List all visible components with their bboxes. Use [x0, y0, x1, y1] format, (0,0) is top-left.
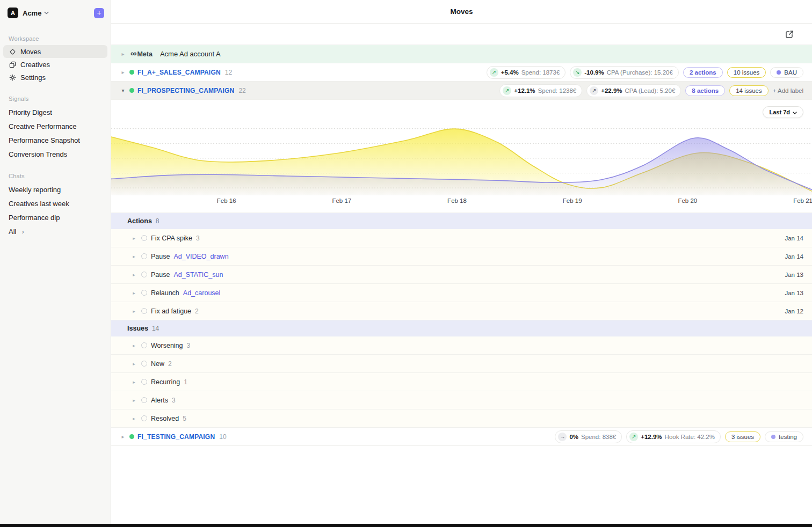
- campaign-name-link[interactable]: FI_TESTING_CAMPAIGN: [137, 433, 215, 441]
- status-circle-icon[interactable]: [141, 308, 147, 314]
- actions-section-count: 8: [156, 217, 160, 225]
- status-circle-icon[interactable]: [141, 342, 147, 348]
- sidebar-item-weekly-reporting[interactable]: Weekly reporting: [3, 182, 107, 196]
- layers-icon: [9, 61, 16, 68]
- caret-right-icon[interactable]: ▸: [119, 69, 127, 75]
- campaign-name-link[interactable]: FI_A+_SALES_CAMPAIGN: [137, 69, 221, 76]
- ad-link[interactable]: Ad_STATIC_sun: [173, 271, 223, 279]
- action-row[interactable]: ▸ Fix CPA spike 3 Jan 14: [111, 229, 812, 247]
- status-circle-icon[interactable]: [141, 253, 147, 259]
- status-circle-icon[interactable]: [141, 361, 147, 367]
- trend-flat-icon: →: [558, 433, 567, 441]
- campaign-name-link[interactable]: FI_PROSPECTING_CAMPAIGN: [137, 87, 234, 94]
- metric-badge-spend[interactable]: ↗ +12.1% Spend: 1238€: [499, 84, 582, 97]
- chevron-right-icon: ›: [21, 228, 24, 236]
- issues-count-badge[interactable]: 14 issues: [729, 85, 769, 96]
- add-label-button[interactable]: + Add label: [773, 87, 803, 94]
- action-date: Jan 14: [785, 253, 803, 260]
- sidebar-item-performance-snapshot[interactable]: Performance Snapshot: [3, 133, 107, 147]
- campaign-row-sales[interactable]: ▸ FI_A+_SALES_CAMPAIGN 12 ↗ +5.4% Spend:…: [111, 63, 812, 82]
- chevron-down-icon: [44, 11, 49, 14]
- sidebar-section-chats: Chats Weekly reporting Creatives last we…: [0, 170, 111, 238]
- campaign-row-prospecting[interactable]: ▾ FI_PROSPECTING_CAMPAIGN 22 ↗ +12.1% Sp…: [111, 82, 812, 100]
- caret-right-icon[interactable]: ▸: [130, 272, 137, 277]
- status-circle-icon[interactable]: [141, 272, 147, 277]
- issue-row[interactable]: ▸ Recurring 1: [111, 373, 812, 391]
- caret-right-icon[interactable]: ▸: [130, 398, 137, 403]
- add-button[interactable]: +: [94, 8, 104, 18]
- caret-right-icon[interactable]: ▸: [130, 254, 137, 259]
- account-row[interactable]: ▸ ∞ Meta Acme Ad account A: [111, 45, 812, 63]
- sidebar-item-all-chats[interactable]: All ›: [3, 224, 107, 238]
- caret-right-icon[interactable]: ▸: [130, 379, 137, 385]
- sidebar-item-priority-digest[interactable]: Priority Digest: [3, 105, 107, 119]
- status-circle-icon[interactable]: [141, 379, 147, 385]
- action-row[interactable]: ▸ Fix ad fatigue 2 Jan 12: [111, 302, 812, 320]
- campaign-count: 10: [219, 433, 226, 441]
- issues-section-count: 14: [152, 325, 159, 332]
- caret-right-icon[interactable]: ▸: [130, 309, 137, 314]
- ad-link[interactable]: Ad_VIDEO_drawn: [173, 253, 228, 260]
- x-axis-ticks: Feb 16Feb 17Feb 18Feb 19Feb 20Feb 21: [111, 197, 812, 208]
- label-tag[interactable]: testing: [765, 431, 803, 442]
- status-circle-icon[interactable]: [141, 235, 147, 241]
- campaign-badges: → 0% Spend: 838€ ↗ +12.9% Hook Rate: 42.…: [555, 430, 803, 443]
- status-circle-icon[interactable]: [141, 397, 147, 403]
- workspace-logo: A: [8, 8, 18, 18]
- action-row[interactable]: ▸ Relaunch Ad_carousel Jan 13: [111, 284, 812, 302]
- issue-row[interactable]: ▸ Resolved 5: [111, 409, 812, 428]
- issues-count-badge[interactable]: 3 issues: [725, 431, 760, 442]
- share-icon[interactable]: [783, 28, 796, 41]
- trend-chart-svg: [111, 116, 812, 195]
- caret-right-icon[interactable]: ▸: [130, 343, 137, 348]
- campaign-row-testing[interactable]: ▸ FI_TESTING_CAMPAIGN 10 → 0% Spend: 838…: [111, 428, 812, 446]
- x-axis-tick: Feb 19: [563, 197, 582, 204]
- plus-icon: +: [97, 9, 101, 17]
- metric-badge-cpa[interactable]: ↗ +22.9% CPA (Lead): 5.20€: [586, 84, 681, 97]
- caret-right-icon[interactable]: ▸: [130, 361, 137, 367]
- date-range-selector[interactable]: Last 7d: [763, 106, 803, 118]
- page-header: Moves: [111, 0, 812, 24]
- status-dot-icon: [129, 88, 134, 93]
- section-label-chats: Chats: [0, 170, 111, 182]
- actions-count-badge[interactable]: 2 actions: [683, 67, 723, 78]
- issues-section-header: Issues 14: [111, 320, 812, 336]
- metric-badge-cpa[interactable]: ↘ -10.9% CPA (Purchase): 15.20€: [570, 66, 679, 79]
- sidebar-item-creatives-last-week[interactable]: Creatives last week: [3, 196, 107, 210]
- action-row[interactable]: ▸ Pause Ad_VIDEO_drawn Jan 14: [111, 247, 812, 266]
- action-row[interactable]: ▸ Pause Ad_STATIC_sun Jan 13: [111, 266, 812, 284]
- caret-right-icon[interactable]: ▸: [119, 51, 127, 57]
- metric-badge-spend[interactable]: → 0% Spend: 838€: [555, 430, 622, 443]
- campaign-count: 22: [238, 87, 245, 94]
- sidebar-item-moves[interactable]: Moves: [3, 45, 107, 58]
- x-axis-tick: Feb 20: [678, 197, 697, 204]
- workspace-switcher[interactable]: A Acme +: [0, 0, 111, 24]
- label-tag[interactable]: BAU: [770, 67, 803, 78]
- sidebar-item-performance-dip[interactable]: Performance dip: [3, 210, 107, 224]
- tag-dot-icon: [771, 435, 775, 439]
- trend-up-icon: ↗: [503, 86, 511, 95]
- status-circle-icon[interactable]: [141, 290, 147, 296]
- meta-infinity-icon: ∞: [130, 50, 136, 57]
- tag-dot-icon: [777, 70, 781, 75]
- issue-row[interactable]: ▸ Worsening 3: [111, 336, 812, 355]
- campaign-badges: ↗ +12.1% Spend: 1238€ ↗ +22.9% CPA (Lead…: [499, 84, 803, 97]
- issue-row[interactable]: ▸ New 2: [111, 355, 812, 373]
- x-axis-tick: Feb 18: [447, 197, 467, 204]
- caret-right-icon[interactable]: ▸: [130, 236, 137, 241]
- metric-badge-hook-rate[interactable]: ↗ +12.9% Hook Rate: 42.2%: [626, 430, 721, 443]
- caret-right-icon[interactable]: ▸: [119, 434, 127, 440]
- caret-down-icon[interactable]: ▾: [119, 87, 127, 93]
- caret-right-icon[interactable]: ▸: [130, 416, 137, 421]
- issue-row[interactable]: ▸ Alerts 3: [111, 391, 812, 409]
- actions-count-badge[interactable]: 8 actions: [685, 85, 725, 96]
- issues-count-badge[interactable]: 10 issues: [727, 67, 766, 78]
- status-circle-icon[interactable]: [141, 415, 147, 421]
- sidebar-item-creative-performance[interactable]: Creative Performance: [3, 119, 107, 133]
- sidebar-item-conversion-trends[interactable]: Conversion Trends: [3, 147, 107, 161]
- sidebar-item-creatives[interactable]: Creatives: [3, 58, 107, 71]
- metric-badge-spend[interactable]: ↗ +5.4% Spend: 1873€: [487, 66, 566, 79]
- caret-right-icon[interactable]: ▸: [130, 290, 137, 296]
- sidebar-item-settings[interactable]: Settings: [3, 71, 107, 84]
- ad-link[interactable]: Ad_carousel: [183, 289, 221, 297]
